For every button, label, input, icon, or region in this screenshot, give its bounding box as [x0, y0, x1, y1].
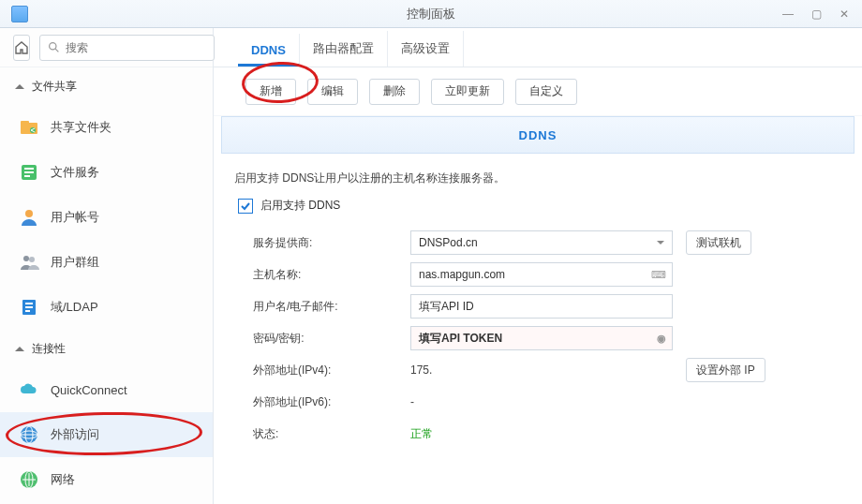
file-service-icon — [19, 162, 39, 183]
password-label: 密码/密钥: — [253, 331, 410, 347]
sidebar-item-ldap[interactable]: 域/LDAP — [0, 285, 213, 330]
password-input[interactable]: 填写API TOKEN◉ — [410, 326, 673, 350]
directory-icon — [19, 297, 39, 318]
custom-button[interactable]: 自定义 — [515, 79, 577, 105]
provider-label: 服务提供商: — [253, 235, 410, 251]
intro-text: 启用支持 DDNS让用户以注册的主机名称连接服务器。 — [221, 154, 855, 198]
globe-icon — [19, 424, 39, 445]
section-connectivity[interactable]: 连接性 — [0, 330, 213, 367]
window-title: 控制面板 — [407, 6, 455, 22]
check-icon — [240, 200, 251, 212]
home-icon — [14, 40, 29, 55]
sidebar-item-file-services[interactable]: 文件服务 — [0, 150, 213, 195]
sidebar-item-label: 用户群组 — [51, 254, 99, 271]
ddns-form: 服务提供商: DNSPod.cn 测试联机 主机名称: nas.mapgun.c… — [221, 227, 855, 450]
key-icon: ◉ — [657, 333, 666, 345]
section-label: 文件共享 — [32, 79, 77, 95]
app-icon — [11, 6, 28, 22]
cloud-icon — [19, 379, 39, 400]
sidebar-item-label: 共享文件夹 — [51, 119, 111, 136]
svg-point-10 — [23, 256, 29, 261]
maximize-button[interactable]: ▢ — [806, 7, 826, 22]
tab-advanced[interactable]: 高级设置 — [388, 31, 464, 67]
sidebar-item-label: 文件服务 — [51, 164, 99, 181]
chevron-up-icon — [15, 80, 24, 89]
ipv6-value: - — [410, 395, 414, 408]
search-icon — [48, 41, 60, 53]
tab-router[interactable]: 路由器配置 — [300, 31, 388, 67]
section-file-share[interactable]: 文件共享 — [0, 67, 213, 105]
svg-line-1 — [55, 49, 58, 52]
svg-point-0 — [50, 43, 56, 50]
sidebar-item-user[interactable]: 用户帐号 — [0, 195, 213, 240]
edit-button[interactable]: 编辑 — [307, 79, 358, 105]
keyboard-icon: ⌨ — [651, 269, 666, 281]
set-external-ip-button[interactable]: 设置外部 IP — [686, 358, 765, 382]
search-input[interactable] — [66, 41, 206, 54]
username-label: 用户名/电子邮件: — [253, 299, 410, 315]
sidebar-item-label: 用户帐号 — [51, 209, 99, 226]
sidebar-item-label: QuickConnect — [51, 383, 127, 397]
hostname-label: 主机名称: — [253, 267, 410, 283]
sidebar-item-group[interactable]: 用户群组 — [0, 240, 213, 285]
delete-button[interactable]: 删除 — [369, 79, 420, 105]
tab-bar: DDNS 路由器配置 高级设置 — [214, 28, 862, 67]
svg-point-11 — [29, 257, 35, 262]
test-connection-button[interactable]: 测试联机 — [686, 230, 751, 255]
folder-share-icon — [19, 117, 39, 138]
ipv4-label: 外部地址(IPv4): — [253, 363, 410, 378]
ipv6-label: 外部地址(IPv6): — [253, 394, 410, 410]
section-label: 连接性 — [32, 341, 66, 357]
user-icon — [19, 207, 39, 228]
svg-rect-15 — [25, 310, 30, 312]
minimize-button[interactable]: — — [778, 7, 798, 22]
add-button[interactable]: 新增 — [245, 79, 296, 105]
svg-rect-6 — [24, 168, 34, 170]
window-controls: — ▢ ✕ — [778, 7, 855, 22]
home-button[interactable] — [13, 35, 30, 61]
toolbar: 新增 编辑 删除 立即更新 自定义 — [214, 67, 862, 116]
sidebar-item-quickconnect[interactable]: QuickConnect — [0, 367, 213, 412]
tab-ddns[interactable]: DDNS — [238, 34, 300, 67]
sidebar-item-shared-folder[interactable]: 共享文件夹 — [0, 105, 213, 150]
close-button[interactable]: ✕ — [834, 7, 855, 22]
svg-point-4 — [30, 127, 36, 133]
username-input[interactable]: 填写API ID — [410, 294, 673, 319]
svg-point-9 — [25, 210, 33, 217]
group-icon — [19, 252, 39, 273]
svg-rect-7 — [24, 171, 34, 173]
sidebar: 文件共享 共享文件夹 文件服务 用户帐号 用户群组 域/LDAP 连接性 — [0, 28, 214, 504]
svg-rect-3 — [21, 121, 29, 125]
status-value: 正常 — [410, 426, 433, 442]
title-bar: 控制面板 — ▢ ✕ — [0, 0, 862, 28]
provider-select[interactable]: DNSPod.cn — [410, 230, 673, 255]
sidebar-item-external-access[interactable]: 外部访问 — [0, 412, 213, 457]
enable-ddns-label: 启用支持 DDNS — [260, 198, 340, 214]
svg-rect-13 — [25, 303, 33, 304]
chevron-up-icon — [15, 342, 24, 351]
section-header: DDNS — [221, 116, 855, 154]
search-field[interactable] — [39, 35, 215, 61]
svg-rect-8 — [24, 175, 30, 177]
main-panel: DDNS 路由器配置 高级设置 新增 编辑 删除 立即更新 自定义 DDNS 启… — [214, 28, 862, 504]
ipv4-value: 175. — [410, 363, 673, 377]
sidebar-item-label: 外部访问 — [51, 426, 99, 443]
refresh-button[interactable]: 立即更新 — [431, 79, 504, 105]
status-label: 状态: — [253, 426, 410, 442]
enable-ddns-checkbox[interactable] — [238, 199, 253, 214]
hostname-input[interactable]: nas.mapgun.com⌨ — [410, 262, 673, 287]
sidebar-item-network[interactable]: 网络 — [0, 457, 213, 502]
svg-rect-14 — [25, 306, 33, 308]
network-icon — [19, 469, 39, 490]
sidebar-item-label: 域/LDAP — [51, 299, 98, 316]
sidebar-item-label: 网络 — [51, 471, 75, 488]
